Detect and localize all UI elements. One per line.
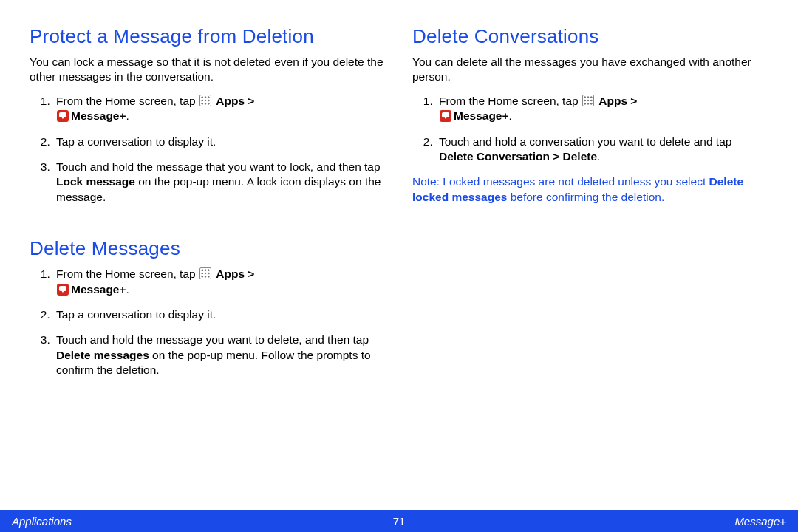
list-item: Touch and hold a conversation you want t… [436, 134, 768, 165]
page-footer: Applications 71 Message+ [0, 510, 798, 532]
step-text: From the Home screen, tap [439, 95, 582, 107]
delete-messages-label: Delete messages [56, 349, 149, 361]
apps-grid-icon [200, 95, 211, 106]
delete-conversation-label: Delete Conversation > Delete [439, 150, 597, 163]
step-text: Touch and hold the message you want to d… [56, 333, 369, 346]
right-column: Delete Conversations You can delete all … [412, 25, 768, 502]
step-text: From the Home screen, tap [56, 95, 199, 107]
messageplus-label: Message+ [454, 109, 509, 122]
note-label: Note [412, 175, 437, 188]
step-text: Touch and hold the message that you want… [56, 160, 381, 173]
footer-right: Message+ [734, 515, 786, 528]
apps-label: Apps > [598, 95, 637, 107]
message-plus-icon [57, 284, 69, 296]
step-text: Touch and hold a conversation you want t… [439, 135, 732, 148]
list-item: Touch and hold the message that you want… [53, 160, 386, 205]
steps-protect-message: From the Home screen, tap Apps > Message… [30, 94, 386, 205]
messageplus-label: Message+ [71, 109, 126, 122]
left-column: Protect a Message from Deletion You can … [30, 25, 386, 502]
list-item: From the Home screen, tap Apps > Message… [53, 267, 386, 297]
footer-left: Applications [12, 515, 72, 528]
step-text: . [597, 150, 600, 163]
step-text: . [126, 109, 129, 122]
lock-message-label: Lock message [56, 175, 135, 188]
apps-grid-icon [582, 95, 594, 106]
step-text: From the Home screen, tap [56, 267, 199, 280]
list-item: From the Home screen, tap Apps > Message… [436, 94, 768, 124]
steps-delete-messages: From the Home screen, tap Apps > Message… [30, 267, 386, 378]
intro-delete-conversations: You can delete all the messages you have… [412, 55, 768, 85]
note-text: : Locked messages are not deleted unless… [437, 175, 709, 188]
apps-grid-icon [200, 267, 211, 279]
list-item: Touch and hold the message you want to d… [53, 332, 386, 378]
steps-delete-conversations: From the Home screen, tap Apps > Message… [412, 94, 768, 165]
message-plus-icon [57, 110, 69, 122]
messageplus-label: Message+ [71, 283, 126, 296]
step-text: . [509, 109, 512, 122]
note-delete-conversations: Note: Locked messages are not deleted un… [412, 174, 768, 205]
apps-label: Apps > [216, 95, 254, 107]
heading-delete-messages: Delete Messages [30, 237, 386, 261]
message-plus-icon [440, 110, 451, 122]
intro-protect-message: You can lock a message so that it is not… [30, 55, 386, 85]
page-body: Protect a Message from Deletion You can … [0, 0, 798, 502]
step-text: . [126, 283, 129, 296]
heading-protect-message: Protect a Message from Deletion [30, 25, 386, 49]
footer-page-number: 71 [393, 515, 406, 528]
list-item: From the Home screen, tap Apps > Message… [53, 94, 386, 124]
list-item: Tap a conversation to display it. [53, 307, 386, 322]
note-text: before confirming the deletion. [507, 191, 664, 203]
apps-label: Apps > [216, 267, 254, 280]
heading-delete-conversations: Delete Conversations [412, 25, 768, 49]
list-item: Tap a conversation to display it. [53, 134, 386, 149]
